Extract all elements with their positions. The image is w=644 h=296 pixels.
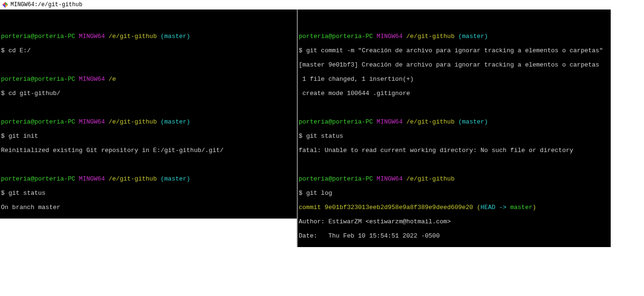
terminal-line [299, 104, 610, 111]
terminal-left[interactable]: porteria@porteria-PC MINGW64 /e/git-gith… [0, 10, 297, 219]
terminal-line [1, 61, 296, 68]
command-line: $ git init [1, 133, 296, 140]
output-line: Date: Thu Feb 10 15:54:51 2022 -0500 [299, 232, 610, 239]
terminal-line [299, 247, 610, 247]
prompt-line: porteria@porteria-PC MINGW64 /e/git-gith… [1, 175, 296, 182]
output-line: Untracked files: [1, 218, 296, 219]
terminal-line [1, 19, 296, 26]
output-line: Reinitialized existing Git repository in… [1, 147, 296, 154]
terminal-right[interactable]: porteria@porteria-PC MINGW64 /e/git-gith… [297, 10, 611, 247]
prompt-line: porteria@porteria-PC MINGW64 /e/git-gith… [1, 118, 296, 125]
terminal-line [299, 161, 610, 168]
terminal-line [299, 19, 610, 26]
command-line: $ cd E:/ [1, 47, 296, 54]
output-line: On branch master [1, 204, 296, 211]
command-line: $ git status [299, 133, 610, 140]
command-line: $ git status [1, 190, 296, 197]
output-line: [master 9e01bf3] Creación de archivo par… [299, 61, 610, 68]
mingw-icon [2, 1, 9, 8]
svg-marker-3 [5, 5, 8, 8]
output-line: create mode 100644 .gitignore [299, 90, 610, 97]
prompt-line: porteria@porteria-PC MINGW64 /e/git-gith… [1, 33, 296, 40]
svg-marker-2 [2, 5, 5, 8]
title-bar: MINGW64:/e/git-github [0, 0, 644, 10]
prompt-line: porteria@porteria-PC MINGW64 /e/git-gith… [299, 33, 610, 40]
prompt-line: porteria@porteria-PC MINGW64 /e [1, 76, 296, 83]
prompt-line: porteria@porteria-PC MINGW64 /e/git-gith… [299, 118, 610, 125]
terminal-line [1, 104, 296, 111]
output-line: 1 file changed, 1 insertion(+) [299, 76, 610, 83]
command-line: $ git log [299, 190, 610, 197]
prompt-line: porteria@porteria-PC MINGW64 /e/git-gith… [299, 175, 610, 182]
command-line: $ git commit -m "Creación de archivo par… [299, 47, 610, 54]
commit-line: commit 9e01bf323013eeb2d958e9a8f389e9dee… [299, 204, 610, 211]
output-line: fatal: Unable to read current working di… [299, 147, 610, 154]
title-bar-text: MINGW64:/e/git-github [10, 1, 82, 8]
terminal-panes: porteria@porteria-PC MINGW64 /e/git-gith… [0, 10, 644, 247]
output-line: Author: EstiwarZM <estiwarzm@hotmail.com… [299, 218, 610, 225]
svg-marker-1 [5, 2, 8, 5]
terminal-line [1, 161, 296, 168]
command-line: $ cd git-github/ [1, 90, 296, 97]
